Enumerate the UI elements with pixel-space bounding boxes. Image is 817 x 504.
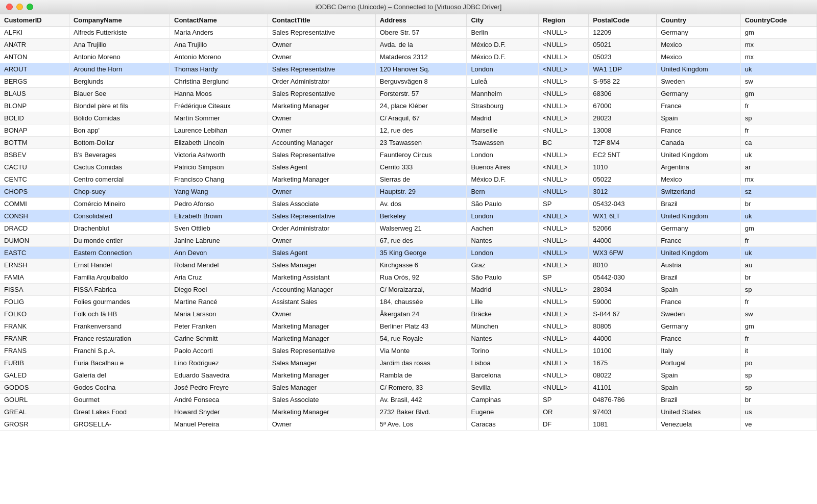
table-row[interactable]: EASTCEastern ConnectionAnn DevonSales Ag… — [0, 247, 817, 259]
cell-customerid: GODOS — [0, 382, 69, 394]
table-row[interactable]: COMMIComércio MineiroPedro AfonsoSales A… — [0, 198, 817, 210]
cell-contactname: José Pedro Freyre — [170, 382, 268, 394]
title-bar: iODBC Demo (Unicode) – Connected to [Vir… — [0, 0, 817, 14]
table-row[interactable]: BSBEVB's BeveragesVictoria AshworthSales… — [0, 149, 817, 161]
cell-city: Lille — [467, 296, 539, 308]
cell-contacttitle: Sales Associate — [268, 394, 375, 406]
table-row[interactable]: GROSRGROSELLA-Manuel PereiraOwner5ª Ave.… — [0, 418, 817, 431]
column-header-postalcode: PostalCode — [589, 14, 657, 27]
cell-countrycode: it — [740, 345, 816, 357]
cell-address: Av. Brasil, 442 — [375, 394, 467, 406]
cell-address: 35 King George — [375, 247, 467, 259]
table-row[interactable]: FURIBFuria Bacalhau eLino RodriguezSales… — [0, 357, 817, 369]
table-row[interactable]: ALFKIAlfreds FutterkisteMaria AndersSale… — [0, 27, 817, 39]
cell-postalcode: 52066 — [589, 222, 657, 235]
window-controls[interactable] — [6, 4, 33, 10]
cell-contactname: Aria Cruz — [170, 271, 268, 284]
table-row[interactable]: FISSAFISSA FabricaDiego RoelAccounting M… — [0, 284, 817, 296]
table-row[interactable]: GREALGreat Lakes FoodHoward SnyderMarket… — [0, 406, 817, 418]
cell-city: Berlin — [467, 27, 539, 39]
cell-country: United Kingdom — [657, 63, 740, 75]
cell-customerid: FOLIG — [0, 296, 69, 308]
cell-contactname: Yang Wang — [170, 186, 268, 198]
cell-countrycode: br — [740, 198, 816, 210]
cell-country: Mexico — [657, 173, 740, 186]
table-row[interactable]: BOTTMBottom-DollarElizabeth LincolnAccou… — [0, 137, 817, 149]
table-row[interactable]: CACTUCactus ComidasPatricio SimpsonSales… — [0, 161, 817, 173]
cell-region: <NULL> — [538, 39, 588, 51]
cell-address: Jardim das rosas — [375, 357, 467, 369]
cell-customerid: DRACD — [0, 222, 69, 235]
table-row[interactable]: BOLIDBólido ComidasMartín SommerOwnerC/ … — [0, 112, 817, 124]
table-row[interactable]: CENTCCentro comercialFrancisco ChangMark… — [0, 173, 817, 186]
table-row[interactable]: ANATRAna TrujilloAna TrujilloOwnerAvda. … — [0, 39, 817, 51]
table-row[interactable]: BERGSBerglundsChristina BerglundOrder Ad… — [0, 75, 817, 88]
cell-contactname: Patricio Simpson — [170, 161, 268, 173]
cell-region: <NULL> — [538, 382, 588, 394]
cell-country: Sweden — [657, 308, 740, 320]
table-row[interactable]: GODOSGodos CocinaJosé Pedro FreyreSales … — [0, 382, 817, 394]
cell-countrycode: sp — [740, 284, 816, 296]
cell-customerid: GROSR — [0, 418, 69, 431]
cell-contacttitle: Sales Associate — [268, 198, 375, 210]
table-row[interactable]: DUMONDu monde entierJanine LabruneOwner6… — [0, 235, 817, 247]
cell-region: <NULL> — [538, 149, 588, 161]
table-row[interactable]: DRACDDrachenblutSven OttliebOrder Admini… — [0, 222, 817, 235]
cell-region: <NULL> — [538, 100, 588, 112]
cell-companyname: Blondel père et fils — [69, 100, 170, 112]
table-row[interactable]: FRANSFranchi S.p.A.Paolo AccortiSales Re… — [0, 345, 817, 357]
cell-city: Campinas — [467, 394, 539, 406]
close-button[interactable] — [6, 4, 13, 10]
table-row[interactable]: CONSHConsolidatedElizabeth BrownSales Re… — [0, 210, 817, 222]
cell-countrycode: ar — [740, 161, 816, 173]
table-container[interactable]: CustomerIDCompanyNameContactNameContactT… — [0, 14, 817, 504]
cell-customerid: ANTON — [0, 51, 69, 63]
cell-city: Strasbourg — [467, 100, 539, 112]
cell-contacttitle: Owner — [268, 418, 375, 431]
cell-customerid: GREAL — [0, 406, 69, 418]
cell-country: France — [657, 124, 740, 137]
cell-customerid: COMMI — [0, 198, 69, 210]
cell-companyname: Bólido Comidas — [69, 112, 170, 124]
cell-region: <NULL> — [538, 75, 588, 88]
table-row[interactable]: FRANKFrankenversandPeter FrankenMarketin… — [0, 320, 817, 333]
table-row[interactable]: FAMIAFamilia ArquibaldoAria CruzMarketin… — [0, 271, 817, 284]
cell-companyname: Frankenversand — [69, 320, 170, 333]
cell-region: <NULL> — [538, 320, 588, 333]
cell-contacttitle: Order Administrator — [268, 222, 375, 235]
cell-contactname: Roland Mendel — [170, 259, 268, 271]
cell-companyname: Great Lakes Food — [69, 406, 170, 418]
cell-city: Mannheim — [467, 88, 539, 100]
cell-customerid: ALFKI — [0, 27, 69, 39]
column-header-region: Region — [538, 14, 588, 27]
cell-region: OR — [538, 406, 588, 418]
table-row[interactable]: ERNSHErnst HandelRoland MendelSales Mana… — [0, 259, 817, 271]
cell-contacttitle: Owner — [268, 112, 375, 124]
table-row[interactable]: BLAUSBlauer SeeHanna MoosSales Represent… — [0, 88, 817, 100]
cell-address: 5ª Ave. Los — [375, 418, 467, 431]
cell-postalcode: 05023 — [589, 51, 657, 63]
cell-customerid: FAMIA — [0, 271, 69, 284]
table-row[interactable]: GALEDGalería delEduardo SaavedraMarketin… — [0, 369, 817, 382]
cell-contactname: Antonio Moreno — [170, 51, 268, 63]
table-row[interactable]: CHOPSChop-sueyYang WangOwnerHauptstr. 29… — [0, 186, 817, 198]
cell-address: 2732 Baker Blvd. — [375, 406, 467, 418]
cell-country: Brazil — [657, 198, 740, 210]
minimize-button[interactable] — [16, 4, 23, 10]
cell-region: <NULL> — [538, 112, 588, 124]
table-row[interactable]: ANTONAntonio MorenoAntonio MorenoOwnerMa… — [0, 51, 817, 63]
cell-country: Sweden — [657, 75, 740, 88]
table-row[interactable]: FOLIGFolies gourmandesMartine RancéAssis… — [0, 296, 817, 308]
cell-contacttitle: Sales Representative — [268, 149, 375, 161]
cell-region: <NULL> — [538, 296, 588, 308]
cell-postalcode: 13008 — [589, 124, 657, 137]
cell-address: Avda. de la — [375, 39, 467, 51]
table-row[interactable]: BONAPBon app'Laurence LebihanOwner12, ru… — [0, 124, 817, 137]
table-row[interactable]: GOURLGourmetAndré FonsecaSales Associate… — [0, 394, 817, 406]
table-row[interactable]: AROUTAround the HornThomas HardySales Re… — [0, 63, 817, 75]
maximize-button[interactable] — [27, 4, 33, 10]
table-row[interactable]: FOLKOFolk och fä HBMaria LarssonOwnerÅke… — [0, 308, 817, 320]
table-row[interactable]: BLONPBlondel père et filsFrédérique Cite… — [0, 100, 817, 112]
cell-city: Madrid — [467, 112, 539, 124]
table-row[interactable]: FRANRFrance restaurationCarine SchmittMa… — [0, 333, 817, 345]
